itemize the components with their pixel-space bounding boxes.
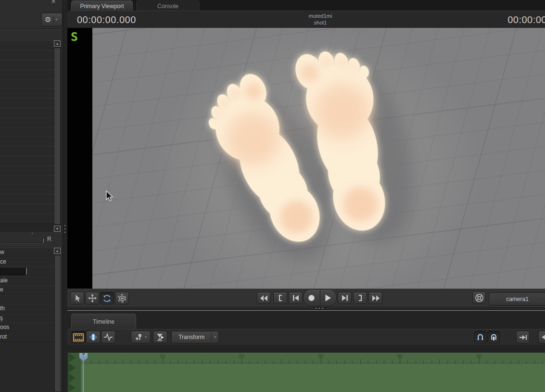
timeline-panel: Timeline xyxy=(67,312,545,392)
horizontal-splitter[interactable] xyxy=(67,307,545,312)
list-item[interactable] xyxy=(0,79,54,89)
play-button[interactable] xyxy=(320,290,337,306)
go-to-end-button[interactable] xyxy=(516,331,530,343)
list-item[interactable] xyxy=(0,185,54,195)
property-label: w xyxy=(0,249,4,255)
list-item[interactable] xyxy=(0,137,54,147)
left-sidebar: ✕ ⚙ ▾ ▲ ▼ ' R ▲ wcealeethşoosrot xyxy=(0,0,63,392)
property-row[interactable]: ş xyxy=(0,314,54,323)
property-label: ale xyxy=(0,277,8,284)
move-tool-button[interactable] xyxy=(85,292,99,304)
property-row[interactable]: ce xyxy=(0,257,54,267)
sidebar-divider xyxy=(0,28,63,29)
arrow-left-icon xyxy=(540,334,545,341)
waveform-icon xyxy=(103,333,114,341)
look-through-camera-button[interactable] xyxy=(472,291,486,304)
property-row[interactable]: rot xyxy=(0,332,54,342)
previous-key-button[interactable] xyxy=(538,331,545,343)
list-item[interactable] xyxy=(0,194,54,204)
value-input[interactable] xyxy=(0,268,26,275)
range-slider-row: ' R xyxy=(0,233,63,247)
skip-to-start-icon xyxy=(292,295,299,301)
time-sampling-button[interactable] xyxy=(153,331,167,343)
settings-button[interactable]: ⚙ ▾ xyxy=(41,13,63,26)
fast-forward-button[interactable] xyxy=(368,292,382,304)
list-item[interactable] xyxy=(0,89,54,99)
tab-label: Timeline xyxy=(93,318,114,325)
clip-mode-button[interactable] xyxy=(86,331,101,343)
button-divider xyxy=(53,16,54,24)
go-to-start-button[interactable] xyxy=(289,292,303,304)
sidebar-list-properties: ▲ wcealeethşoosrot xyxy=(0,248,62,392)
chevron-down-icon: ▾ xyxy=(55,18,57,22)
list-item[interactable] xyxy=(0,146,54,156)
go-to-end-frame-button[interactable] xyxy=(338,292,352,304)
list-item[interactable] xyxy=(0,40,54,51)
add-keyframe-button[interactable]: ▾ xyxy=(131,331,151,343)
rotate-tool-button[interactable] xyxy=(100,292,114,304)
splitter-grip-icon xyxy=(64,225,65,233)
record-play-group xyxy=(303,289,337,306)
range-label: R xyxy=(47,236,51,242)
property-label: e xyxy=(0,286,3,293)
tab-primary-viewport[interactable]: Primary Viewport xyxy=(71,0,133,11)
list-item[interactable] xyxy=(0,108,54,118)
select-tool-button[interactable] xyxy=(70,292,84,304)
range-slider-track[interactable] xyxy=(1,242,43,243)
timeline-track-area[interactable]: 1020304050 xyxy=(68,353,545,392)
scroll-down-button[interactable]: ▼ xyxy=(54,226,61,232)
tab-label: Console xyxy=(157,3,178,10)
timeline-ruler[interactable] xyxy=(81,353,545,364)
fast-rewind-button[interactable] xyxy=(257,292,271,304)
list-item[interactable] xyxy=(0,98,54,108)
scale-tool-button[interactable] xyxy=(115,292,129,304)
list-item[interactable] xyxy=(0,214,54,224)
tab-console[interactable]: Console xyxy=(136,0,200,11)
property-row[interactable] xyxy=(0,295,54,304)
list-item[interactable] xyxy=(0,175,54,185)
snap-toggle-button[interactable] xyxy=(474,331,486,343)
splitter-highlight xyxy=(67,310,545,311)
list-item[interactable] xyxy=(0,117,54,127)
close-icon[interactable]: ✕ xyxy=(51,0,56,5)
property-row[interactable] xyxy=(0,266,54,276)
snap-keys-toggle-button[interactable] xyxy=(487,331,500,343)
property-row[interactable]: w xyxy=(0,248,54,257)
scroll-up-button[interactable]: ▲ xyxy=(54,248,61,254)
range-slider-mark: ' xyxy=(32,232,33,238)
dopesheet-mode-button[interactable] xyxy=(71,331,86,343)
list-item[interactable] xyxy=(0,60,54,70)
viewport-canvas[interactable] xyxy=(92,28,545,289)
property-label: oos xyxy=(0,324,9,330)
list-item[interactable] xyxy=(0,204,54,214)
viewport-render xyxy=(92,28,545,289)
shot-context-label: muted1mi xyxy=(250,13,391,19)
property-row[interactable]: oos xyxy=(0,323,54,332)
set-in-point-button[interactable] xyxy=(273,292,287,304)
property-label: ş xyxy=(0,315,3,321)
property-row[interactable]: e xyxy=(0,285,54,295)
camera-selector-button[interactable]: camera1 xyxy=(489,292,545,305)
list-item[interactable] xyxy=(0,127,54,137)
scrollbar-thumb[interactable] xyxy=(54,48,61,225)
scroll-up-button[interactable]: ▲ xyxy=(54,40,61,47)
scrollbar-thumb[interactable] xyxy=(54,255,61,392)
camera-target-icon xyxy=(475,293,484,303)
set-out-point-button[interactable] xyxy=(353,292,367,304)
list-item[interactable] xyxy=(0,69,54,79)
magnet-icon xyxy=(476,333,484,341)
tab-timeline[interactable]: Timeline xyxy=(71,314,136,329)
application-window: ✕ ⚙ ▾ ▲ ▼ ' R ▲ wcealeethşoosrot xyxy=(0,0,545,392)
chevron-down-icon: ▾ xyxy=(214,335,216,339)
record-button[interactable] xyxy=(304,290,320,306)
add-key-icon xyxy=(135,333,143,341)
button-divider xyxy=(211,333,212,341)
property-row[interactable]: th xyxy=(0,304,54,314)
list-item[interactable] xyxy=(0,50,54,60)
list-item[interactable] xyxy=(0,156,54,166)
clip-lens-icon xyxy=(88,333,99,341)
curve-mode-button[interactable] xyxy=(101,331,115,343)
transform-dropdown[interactable]: Transform ▾ xyxy=(171,331,219,343)
property-row[interactable]: ale xyxy=(0,276,54,286)
list-item[interactable] xyxy=(0,165,54,176)
